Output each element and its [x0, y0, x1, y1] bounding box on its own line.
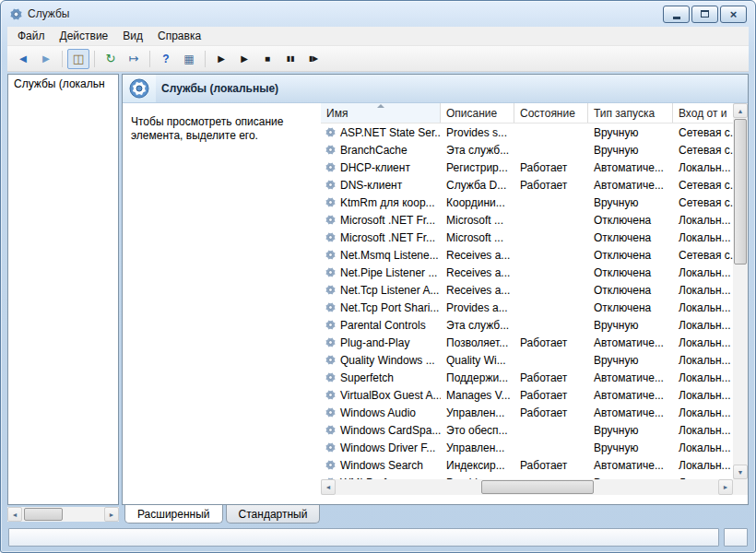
pause-service-button[interactable]: ▮▮ [279, 49, 301, 69]
service-row[interactable]: Superfetch Поддержи... Работает Автомати… [321, 369, 733, 386]
service-gear-icon [325, 214, 337, 226]
tree-horizontal-scrollbar[interactable]: ◄ ► [7, 507, 119, 522]
service-logon-as: Локальн... [673, 301, 733, 314]
column-header-name[interactable]: Имя [321, 103, 441, 123]
stop-service-button[interactable]: ■ [256, 49, 278, 69]
menu-file[interactable]: Файл [10, 27, 53, 45]
service-row[interactable]: Windows CardSpa... Это обесп... Вручную … [321, 421, 733, 439]
service-status: Работает [514, 371, 588, 384]
window-icon [9, 7, 23, 21]
start-service-button[interactable]: ▶ [210, 49, 232, 69]
services-window: Службы × ФайлДействиеВидСправка ◄►◫↻↦?▦▶… [0, 0, 756, 553]
export-list-button[interactable]: ↦ [123, 49, 145, 69]
vertical-scroll-track[interactable] [733, 118, 748, 465]
menu-action[interactable]: Действие [53, 27, 116, 45]
scroll-left-icon[interactable]: ◄ [321, 479, 336, 495]
titlebar[interactable]: Службы × [7, 1, 749, 27]
vertical-scroll-thumb[interactable] [734, 119, 747, 265]
tree-scroll-thumb[interactable] [24, 508, 63, 521]
horizontal-scrollbar[interactable]: ◄ ► [321, 479, 733, 495]
close-button[interactable]: × [720, 6, 747, 23]
scrollbar-corner [733, 479, 748, 495]
service-row[interactable]: Net.Msmq Listene... Receives a... Отключ… [321, 246, 733, 264]
service-gear-icon [325, 266, 337, 278]
horizontal-scroll-track[interactable] [336, 479, 718, 495]
service-startup-type: Автоматиче... [588, 389, 673, 402]
service-startup-type: Отключена [588, 266, 673, 279]
show-console-tree-button[interactable]: ◫ [67, 49, 89, 69]
minimize-button[interactable] [663, 6, 690, 23]
scroll-up-icon[interactable]: ▲ [733, 103, 748, 118]
close-icon: × [730, 8, 738, 20]
service-row[interactable]: Quality Windows ... Quality Wi... Вручну… [321, 351, 733, 369]
console-tree-panel: Службы (локальн [7, 74, 119, 505]
service-row[interactable]: Windows Driver F... Управлен... Вручную … [321, 439, 733, 456]
service-row[interactable]: Microsoft .NET Fr... Microsoft ... Отклю… [321, 229, 733, 246]
service-description: Индексир... [441, 459, 514, 472]
service-row[interactable]: DHCP-клиент Регистрир... Работает Автома… [321, 159, 733, 176]
service-logon-as: Локальн... [673, 231, 733, 244]
service-logon-as: Сетевая с... [673, 144, 733, 157]
column-header-startup[interactable]: Тип запуска [588, 103, 673, 123]
forward-arrow-icon: ► [41, 53, 53, 65]
service-status: Работает [514, 406, 588, 419]
service-gear-icon [325, 389, 337, 401]
service-row[interactable]: VirtualBox Guest A... Manages V... Работ… [321, 386, 733, 404]
service-row[interactable]: Windows Audio Управлен... Работает Автом… [321, 404, 733, 421]
service-name: Windows Driver F... [340, 441, 435, 454]
help-button[interactable]: ? [155, 49, 177, 69]
restart-service-button[interactable]: ▮▶ [302, 49, 325, 69]
tree-root-services[interactable]: Службы (локальн [14, 77, 116, 90]
back-button[interactable]: ◄ [12, 49, 34, 69]
service-description: Provides a... [441, 301, 514, 314]
service-name: ASP.NET State Ser... [340, 126, 441, 139]
vertical-scrollbar[interactable]: ▲ ▼ [733, 103, 748, 479]
menu-help[interactable]: Справка [150, 27, 208, 45]
maximize-button[interactable] [691, 6, 718, 23]
window-controls: × [663, 6, 747, 23]
service-description: Receives a... [441, 266, 514, 279]
menu-view[interactable]: Вид [115, 27, 150, 45]
service-row[interactable]: Microsoft .NET Fr... Microsoft ... Отклю… [321, 211, 733, 229]
forward-button[interactable]: ► [35, 49, 57, 69]
service-row[interactable]: ASP.NET State Ser... Provides s... Вручн… [321, 124, 733, 141]
service-description: Эта служб... [441, 319, 514, 332]
back-arrow-icon: ◄ [18, 53, 30, 65]
service-row[interactable]: Parental Controls Эта служб... Вручную Л… [321, 316, 733, 334]
service-startup-type: Вручную [588, 196, 673, 209]
service-startup-type: Отключена [588, 301, 673, 314]
service-description: Microsoft ... [441, 214, 514, 227]
column-header-logon[interactable]: Вход от и [673, 103, 733, 123]
service-row[interactable]: Net.Pipe Listener ... Receives a... Откл… [321, 264, 733, 281]
tree-scroll-left-icon[interactable]: ◄ [7, 507, 22, 522]
horizontal-scroll-thumb[interactable] [481, 480, 594, 494]
service-logon-as: Локальн... [673, 161, 733, 174]
tab-extended[interactable]: Расширенный [124, 505, 223, 524]
window-title: Службы [28, 7, 69, 20]
tab-standard[interactable]: Стандартный [226, 505, 321, 524]
column-header-desc[interactable]: Описание [441, 103, 514, 123]
scroll-down-icon[interactable]: ▼ [733, 465, 748, 479]
service-row[interactable]: Net.Tcp Port Shari... Provides a... Откл… [321, 299, 733, 316]
service-name: Plug-and-Play [340, 336, 409, 349]
column-header-status[interactable]: Состояние [514, 103, 588, 123]
service-description: Manages V... [441, 389, 514, 402]
service-logon-as: Локальн... [673, 266, 733, 279]
service-description: Управлен... [441, 406, 514, 419]
service-row[interactable]: KtmRm для коор... Координи... Вручную Се… [321, 194, 733, 211]
tree-scroll-right-icon[interactable]: ► [104, 507, 119, 522]
service-row[interactable]: Windows Search Индексир... Работает Авто… [321, 456, 733, 474]
extended-view-button[interactable]: ▦ [178, 49, 200, 69]
service-name: Net.Msmq Listene... [340, 249, 439, 262]
service-row[interactable]: Net.Tcp Listener A... Receives a... Откл… [321, 281, 733, 299]
refresh-button[interactable]: ↻ [100, 49, 122, 69]
resume-service-button[interactable]: ▶ [233, 49, 255, 69]
service-row[interactable]: DNS-клиент Служба D... Работает Автомати… [321, 176, 733, 194]
service-gear-icon [325, 249, 337, 261]
scroll-right-icon[interactable]: ► [718, 479, 733, 495]
service-row[interactable]: BranchCache Эта служб... Вручную Сетевая… [321, 141, 733, 159]
tree-scroll-track[interactable] [22, 507, 104, 522]
service-row[interactable]: Plug-and-Play Позволяет... Работает Авто… [321, 334, 733, 351]
service-logon-as: Сетевая с... [673, 126, 733, 139]
service-gear-icon [325, 319, 337, 331]
